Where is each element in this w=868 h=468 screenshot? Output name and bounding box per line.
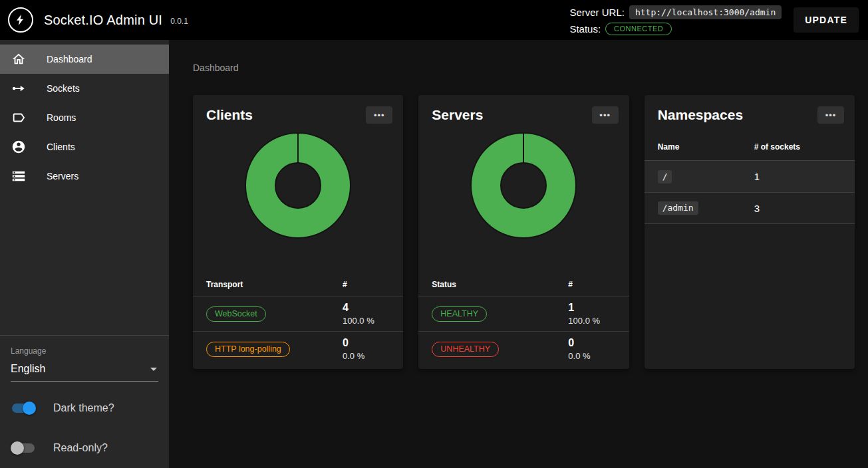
percent-value: 100.0 % bbox=[568, 316, 618, 326]
clients-table-header: Transport # bbox=[193, 275, 403, 296]
more-horizontal-icon[interactable]: ••• bbox=[592, 106, 619, 124]
update-button[interactable]: UPDATE bbox=[794, 7, 859, 33]
servers-card-title: Servers bbox=[432, 107, 483, 123]
sidebar-item-label: Dashboard bbox=[47, 54, 92, 64]
donut-segment-divider bbox=[297, 134, 299, 164]
sidebar: Dashboard Sockets Rooms Clients bbox=[0, 40, 169, 468]
connection-info: Server URL: http://localhost:3000/admin … bbox=[569, 5, 782, 35]
donut-hole bbox=[275, 162, 321, 209]
dashboard-cards: Clients ••• Transport # bbox=[193, 95, 855, 369]
servers-table: Status # HEALTHY 1 100.0 % UNHEALTHY bbox=[418, 275, 629, 369]
clients-table: Transport # WebSocket 4 100.0 % HTTP lon… bbox=[193, 275, 403, 369]
clients-card-header: Clients ••• bbox=[193, 95, 403, 124]
language-value: English bbox=[11, 363, 45, 375]
body-wrap: Dashboard Sockets Rooms Clients bbox=[0, 40, 868, 468]
table-row: WebSocket 4 100.0 % bbox=[193, 296, 403, 331]
status-row: Status: CONNECTED bbox=[569, 23, 782, 35]
column-header: Name bbox=[658, 142, 754, 152]
servers-card: Servers ••• Status # bbox=[418, 95, 629, 369]
http-long-polling-badge: HTTP long-polling bbox=[206, 342, 290, 357]
dark-theme-toggle[interactable] bbox=[11, 402, 36, 415]
count-value: 0 bbox=[343, 337, 392, 349]
top-bar: Socket.IO Admin UI 0.0.1 Server URL: htt… bbox=[0, 0, 868, 40]
count-value: 4 bbox=[343, 302, 392, 314]
toggle-thumb bbox=[23, 402, 36, 415]
clients-donut-wrap bbox=[193, 132, 403, 239]
chevron-down-icon bbox=[150, 368, 157, 371]
storage-icon bbox=[11, 168, 27, 184]
sidebar-item-label: Clients bbox=[47, 142, 75, 152]
table-row: HEALTHY 1 100.0 % bbox=[418, 296, 629, 331]
sidebar-item-rooms[interactable]: Rooms bbox=[0, 103, 169, 132]
toggle-thumb bbox=[11, 441, 24, 455]
socketio-admin-app: Socket.IO Admin UI 0.0.1 Server URL: htt… bbox=[0, 0, 868, 468]
sockets-count: 1 bbox=[754, 171, 844, 182]
app-title: Socket.IO Admin UI bbox=[44, 13, 162, 28]
status-label: Status: bbox=[569, 23, 601, 35]
healthy-badge: HEALTHY bbox=[432, 306, 487, 322]
table-row[interactable]: /admin 3 bbox=[645, 192, 855, 224]
namespace-chip: /admin bbox=[658, 201, 698, 215]
donut-segment-divider bbox=[523, 134, 524, 164]
socketio-logo-icon bbox=[8, 7, 33, 33]
app-version: 0.0.1 bbox=[170, 17, 188, 26]
home-icon bbox=[11, 51, 27, 67]
read-only-label: Read-only? bbox=[53, 442, 108, 454]
percent-value: 0.0 % bbox=[568, 351, 618, 361]
namespace-chip: / bbox=[658, 170, 672, 183]
unhealthy-badge: UNHEALTHY bbox=[432, 342, 499, 357]
column-header: # bbox=[343, 280, 392, 289]
more-horizontal-icon[interactable]: ••• bbox=[817, 106, 844, 124]
status-badge: CONNECTED bbox=[605, 23, 672, 35]
read-only-row: Read-only? bbox=[11, 441, 158, 455]
clients-donut-chart bbox=[245, 132, 351, 239]
sidebar-item-sockets[interactable]: Sockets bbox=[0, 74, 169, 103]
dark-theme-row: Dark theme? bbox=[11, 402, 158, 415]
sidebar-settings: Language English Dark theme? bbox=[0, 335, 169, 468]
donut-hole bbox=[500, 162, 547, 209]
clients-card-title: Clients bbox=[206, 107, 253, 123]
language-select[interactable]: English bbox=[11, 358, 158, 382]
servers-card-header: Servers ••• bbox=[418, 95, 629, 124]
column-header: Status bbox=[432, 280, 568, 289]
sidebar-item-label: Sockets bbox=[47, 83, 80, 94]
server-url-label: Server URL: bbox=[569, 7, 625, 18]
sidebar-item-label: Servers bbox=[47, 171, 78, 181]
clients-card: Clients ••• Transport # bbox=[193, 95, 403, 369]
dark-theme-label: Dark theme? bbox=[53, 402, 114, 414]
server-url-value: http://localhost:3000/admin bbox=[629, 5, 782, 19]
column-header: Transport bbox=[206, 280, 343, 289]
namespaces-card: Namespaces ••• Name # of sockets / 1 bbox=[645, 95, 855, 369]
namespaces-table: Name # of sockets / 1 /admin 3 bbox=[645, 136, 855, 224]
servers-donut-wrap bbox=[418, 132, 629, 239]
column-header: # bbox=[568, 280, 618, 289]
breadcrumb: Dashboard bbox=[193, 62, 855, 73]
table-row: UNHEALTHY 0 0.0 % bbox=[418, 331, 629, 366]
sidebar-item-servers[interactable]: Servers bbox=[0, 162, 169, 191]
read-only-toggle[interactable] bbox=[11, 441, 36, 455]
servers-donut-chart bbox=[470, 132, 577, 239]
tag-icon bbox=[11, 110, 27, 126]
count-value: 0 bbox=[568, 337, 618, 349]
column-header: # of sockets bbox=[754, 142, 844, 152]
table-row: HTTP long-polling 0 0.0 % bbox=[193, 331, 403, 366]
arrow-right-icon bbox=[11, 80, 27, 96]
table-row[interactable]: / 1 bbox=[645, 160, 855, 192]
main-content: Dashboard Clients ••• bbox=[169, 40, 868, 468]
count-value: 1 bbox=[568, 302, 618, 314]
server-url-row: Server URL: http://localhost:3000/admin bbox=[569, 5, 782, 19]
person-circle-icon bbox=[11, 139, 27, 155]
sidebar-item-clients[interactable]: Clients bbox=[0, 132, 169, 162]
websocket-badge: WebSocket bbox=[206, 306, 266, 322]
language-label: Language bbox=[11, 346, 158, 356]
namespaces-card-header: Namespaces ••• bbox=[645, 95, 855, 124]
percent-value: 100.0 % bbox=[343, 316, 392, 326]
more-horizontal-icon[interactable]: ••• bbox=[366, 106, 392, 124]
namespaces-table-header: Name # of sockets bbox=[645, 136, 855, 160]
sidebar-item-dashboard[interactable]: Dashboard bbox=[0, 45, 169, 74]
sockets-count: 3 bbox=[754, 203, 844, 214]
percent-value: 0.0 % bbox=[343, 351, 392, 361]
servers-table-header: Status # bbox=[418, 275, 629, 296]
namespaces-card-title: Namespaces bbox=[658, 107, 743, 123]
sidebar-item-label: Rooms bbox=[47, 112, 76, 123]
